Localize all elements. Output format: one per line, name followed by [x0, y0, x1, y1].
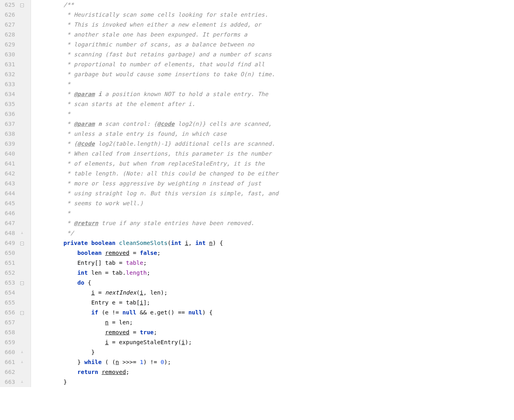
code-line[interactable]: } while ( (n >>>= 1) != 0);: [36, 357, 514, 367]
code-line[interactable]: Entry e = tab[i];: [36, 298, 514, 308]
line-number[interactable]: 648: [0, 228, 15, 238]
line-number[interactable]: 657: [0, 318, 15, 328]
code-line[interactable]: * table length. (Note: all this could be…: [36, 169, 514, 179]
fold-end-icon[interactable]: [20, 380, 24, 384]
line-number[interactable]: 653: [0, 278, 15, 288]
code-line[interactable]: * @return true if any stale entries have…: [36, 218, 514, 228]
token-comment: * Heuristically scan some cells looking …: [36, 12, 268, 18]
token-plain: [36, 319, 105, 326]
line-number[interactable]: 633: [0, 79, 15, 89]
line-number[interactable]: 652: [0, 268, 15, 278]
code-line[interactable]: /**: [36, 0, 514, 10]
token-doctag: @code: [157, 121, 175, 127]
line-number[interactable]: 650: [0, 248, 15, 258]
code-line[interactable]: * unless a stale entry is found, in whic…: [36, 129, 514, 139]
line-number[interactable]: 635: [0, 99, 15, 109]
code-line[interactable]: int len = tab.length;: [36, 268, 514, 278]
line-number[interactable]: 642: [0, 169, 15, 179]
line-number[interactable]: 656: [0, 308, 15, 318]
code-line[interactable]: * This is invoked when either a new elem…: [36, 20, 514, 30]
code-line[interactable]: * logarithmic number of scans, as a bala…: [36, 40, 514, 50]
code-line[interactable]: }: [36, 347, 514, 357]
token-plain: =: [129, 250, 140, 256]
line-number[interactable]: 643: [0, 179, 15, 189]
line-number[interactable]: 649: [0, 238, 15, 248]
code-line[interactable]: removed = true;: [36, 328, 514, 337]
line-number[interactable]: 632: [0, 69, 15, 79]
code-line[interactable]: * @param i a position known NOT to hold …: [36, 89, 514, 99]
line-number[interactable]: 660: [0, 347, 15, 357]
line-number[interactable]: 654: [0, 288, 15, 298]
line-number[interactable]: 662: [0, 367, 15, 377]
token-comment: *: [36, 121, 74, 127]
code-line[interactable]: if (e != null && e.get() == null) {: [36, 308, 514, 318]
line-number[interactable]: 625: [0, 0, 15, 10]
code-line[interactable]: Entry[] tab = table;: [36, 258, 514, 268]
code-line[interactable]: * scan starts at the element after i.: [36, 99, 514, 109]
line-number[interactable]: 655: [0, 298, 15, 308]
token-static-method: nextIndex: [105, 289, 137, 296]
line-number[interactable]: 659: [0, 337, 15, 347]
fold-expand-icon[interactable]: [20, 281, 24, 285]
line-number[interactable]: 626: [0, 10, 15, 20]
line-number[interactable]: 645: [0, 198, 15, 208]
code-line[interactable]: * @param n scan control: {@code log2(n)}…: [36, 119, 514, 129]
fold-expand-icon[interactable]: [20, 311, 24, 315]
fold-end-icon[interactable]: [20, 351, 24, 354]
code-line[interactable]: boolean removed = false;: [36, 248, 514, 258]
line-number[interactable]: 646: [0, 208, 15, 218]
token-comment: * seems to work well.): [36, 200, 143, 206]
token-keyword: return: [77, 369, 98, 375]
line-number[interactable]: 637: [0, 119, 15, 129]
line-number[interactable]: 634: [0, 89, 15, 99]
code-line[interactable]: * scanning (fast but retains garbage) an…: [36, 50, 514, 60]
code-line[interactable]: */: [36, 228, 514, 238]
code-line[interactable]: * using straight log n. But this version…: [36, 189, 514, 198]
code-line[interactable]: *: [36, 208, 514, 218]
line-number[interactable]: 644: [0, 189, 15, 198]
code-line[interactable]: * seems to work well.): [36, 198, 514, 208]
code-line[interactable]: do {: [36, 278, 514, 288]
line-number[interactable]: 658: [0, 328, 15, 337]
line-number[interactable]: 627: [0, 20, 15, 30]
code-line[interactable]: * another stale one has been expunged. I…: [36, 30, 514, 40]
code-line[interactable]: *: [36, 79, 514, 89]
code-editor[interactable]: /** * Heuristically scan some cells look…: [31, 0, 514, 387]
code-line[interactable]: private boolean cleanSomeSlots(int i, in…: [36, 238, 514, 248]
line-number[interactable]: 636: [0, 109, 15, 119]
code-line[interactable]: * Heuristically scan some cells looking …: [36, 10, 514, 20]
code-line[interactable]: n = len;: [36, 318, 514, 328]
code-line[interactable]: * garbage but would cause some insertion…: [36, 69, 514, 79]
line-number[interactable]: 651: [0, 258, 15, 268]
line-number[interactable]: 647: [0, 218, 15, 228]
line-number[interactable]: 631: [0, 60, 15, 69]
code-line[interactable]: * more or less aggressive by weighting n…: [36, 179, 514, 189]
line-number[interactable]: 629: [0, 40, 15, 50]
fold-end-icon[interactable]: [20, 360, 24, 364]
token-plain: [36, 250, 77, 256]
code-line[interactable]: * proportional to number of elements, th…: [36, 60, 514, 69]
code-line[interactable]: * {@code log2(table.length)-1} additiona…: [36, 139, 514, 149]
fold-expand-icon[interactable]: [20, 241, 24, 245]
token-plain: [206, 240, 209, 246]
line-number[interactable]: 639: [0, 139, 15, 149]
line-number[interactable]: 641: [0, 159, 15, 169]
line-number[interactable]: 628: [0, 30, 15, 40]
code-line[interactable]: * of elements, but when from replaceStal…: [36, 159, 514, 169]
fold-end-icon[interactable]: [20, 231, 24, 235]
token-number: 1: [140, 359, 143, 365]
line-number[interactable]: 630: [0, 50, 15, 60]
line-number[interactable]: 640: [0, 149, 15, 159]
code-line[interactable]: i = nextIndex(i, len);: [36, 288, 514, 298]
code-line[interactable]: i = expungeStaleEntry(i);: [36, 337, 514, 347]
line-number[interactable]: 661: [0, 357, 15, 367]
code-line[interactable]: * When called from insertions, this para…: [36, 149, 514, 159]
code-line[interactable]: *: [36, 109, 514, 119]
line-number[interactable]: 663: [0, 377, 15, 387]
line-number[interactable]: 638: [0, 129, 15, 139]
token-plain: [36, 339, 105, 345]
code-line[interactable]: return removed;: [36, 367, 514, 377]
token-param: removed: [102, 369, 126, 375]
code-line[interactable]: }: [36, 377, 514, 387]
fold-expand-icon[interactable]: [20, 3, 24, 7]
